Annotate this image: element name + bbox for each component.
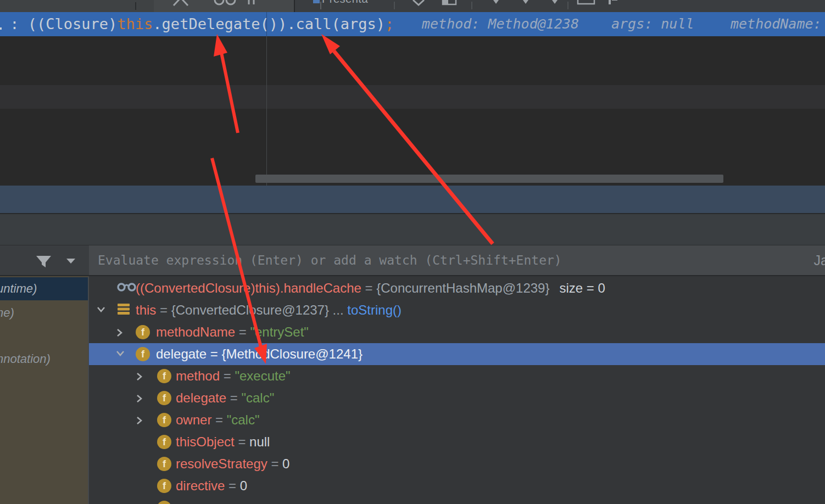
field-icon: f [157,457,171,471]
run-to-cursor-icon [610,0,617,4]
chevron-up-icon [174,0,188,5]
watches-icon [215,0,224,4]
editor-area[interactable] [0,36,825,186]
evaluate-expression-input[interactable]: Evaluate expression (Enter) or add a wat… [89,245,825,275]
variable-row[interactable]: f [89,497,825,504]
step-over-icon [493,0,499,4]
chevron-right-icon[interactable] [115,328,123,338]
field-icon: f [157,435,171,449]
clipped-code-glyph [0,27,2,30]
chevron-down-icon[interactable] [115,350,125,357]
variable-row[interactable]: fmethodName = "entrySet" [89,321,825,343]
frames-panel: untime)ne)nnotation) [0,276,88,504]
chevron-right-icon[interactable] [135,394,143,404]
dropdown-caret-icon [66,259,75,264]
panel-divider-band [0,186,825,213]
field-icon: f [157,369,171,383]
frame-label: nnotation) [0,348,51,371]
filter-button[interactable] [0,245,89,275]
frame-label: ne) [0,301,14,324]
debug-panel-header [0,213,825,245]
variable-text: methodName = "entrySet" [156,321,309,343]
variable-row[interactable]: this = {ConvertedClosure@1237} ... toStr… [89,299,825,321]
variable-row[interactable]: fdelegate = "calc" [89,387,825,409]
force-step-into-icon [552,0,558,4]
chevron-down-icon [413,0,424,5]
variable-row[interactable]: fthisObject = null [89,431,825,453]
variable-text: delegate = {MethodClosure@1241} [156,343,363,365]
step-out-icon [578,0,594,4]
inline-debugger-hint: method: Method@1238 [422,12,579,36]
frame-label: untime) [0,277,37,300]
inline-debugger-hint: methodName: [731,12,822,36]
run-config-icon [313,0,320,3]
variable-row[interactable]: fdirective = 0 [89,475,825,497]
toolbar-icon-fragments [0,0,825,12]
variable-text: this = {ConvertedClosure@1237} ... toStr… [136,299,402,321]
variable-text: owner = "calc" [176,409,259,431]
field-icon: f [157,501,171,504]
variable-text: method = "execute" [176,365,291,387]
evaluate-placeholder: Evaluate expression (Enter) or add a wat… [98,245,562,275]
right-margin-guide [266,12,267,36]
variable-row[interactable]: fresolveStrategy = 0 [89,453,825,475]
evaluate-bar: Evaluate expression (Enter) or add a wat… [0,245,825,276]
inline-debugger-hint: args: null [611,12,694,36]
chevron-down-icon[interactable] [96,306,106,313]
tostring-link[interactable]: toString() [347,303,402,317]
variable-text: delegate = "calc" [176,387,274,409]
ide-debugger-window: Presenta [0,0,825,504]
variable-text: thisObject = null [176,431,270,453]
right-margin-guide [266,36,267,186]
code-text: : ((Closure)this.getDelegate()).call(arg… [1,12,394,36]
variables-panel: ((ConvertedClosure)this).handleCache = {… [88,276,825,504]
editor-highlight-stripe [0,85,825,109]
this-value-icon [117,303,130,315]
variable-row[interactable]: fmethod = "execute" [89,365,825,387]
frame-row[interactable]: nnotation) [0,348,88,371]
horizontal-scrollbar[interactable] [255,175,723,183]
frame-row[interactable]: ne) [0,301,88,324]
language-badge: Ja [814,245,825,275]
variable-row[interactable]: fowner = "calc" [89,409,825,431]
variable-text: ((ConvertedClosure)this).handleCache = {… [136,277,605,299]
step-into-icon [523,0,528,4]
filter-funnel-icon [0,245,89,275]
frame-row[interactable]: untime) [0,277,88,300]
execution-line[interactable]: : ((Closure)this.getDelegate()).call(arg… [0,12,825,36]
variable-row[interactable]: fdelegate = {MethodClosure@1241} [89,343,825,365]
field-icon: f [157,413,171,427]
field-icon: f [136,325,150,339]
field-icon: f [157,391,171,405]
variable-text: resolveStrategy = 0 [176,453,289,475]
toolbar: Presenta [0,0,825,12]
chevron-right-icon[interactable] [135,416,143,425]
variable-text: directive = 0 [176,475,247,497]
field-icon: f [136,347,150,361]
watch-icon [117,281,137,292]
chevron-right-icon[interactable] [135,372,143,382]
field-icon: f [157,479,171,493]
variable-row[interactable]: ((ConvertedClosure)this).handleCache = {… [89,277,825,299]
keyword-this: this [117,15,153,32]
